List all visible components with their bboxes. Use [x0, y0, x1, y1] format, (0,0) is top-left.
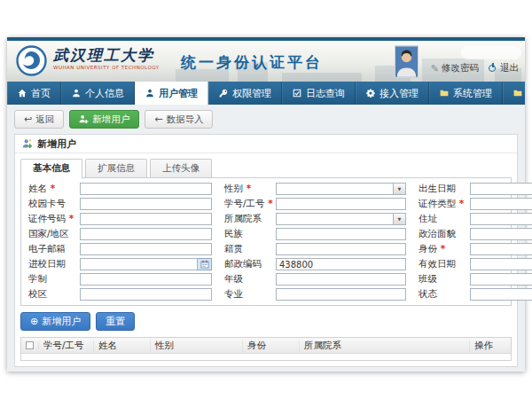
field-email: 电子邮箱	[28, 243, 212, 255]
add-user-panel-icon	[22, 138, 33, 149]
field-department: 所属院系▼	[224, 213, 406, 225]
dropdown-arrow-icon[interactable]: ▼	[394, 213, 406, 225]
import-arrow-icon: ←	[154, 114, 162, 124]
field-label-email: 电子邮箱	[28, 243, 80, 255]
campus-input[interactable]	[80, 288, 212, 301]
column-identity: 身份	[243, 340, 300, 352]
field-label-campus: 校区	[28, 288, 80, 301]
table-empty-body	[21, 354, 511, 360]
department-input[interactable]	[276, 213, 394, 225]
field-schooling-length: 学制	[28, 273, 212, 286]
university-name-block: 武汉理工大学 WUHAN UNIVERSITY OF TECHNOLOGY	[53, 48, 160, 71]
native-place-input[interactable]	[276, 243, 406, 255]
panel-title: 新增用户	[37, 137, 76, 151]
data-import-label: 数据导入	[166, 113, 203, 126]
form-box: 姓名 *性别 *▼出生日期校园卡号学号/工号 *证件类型 *证件号码 *所属院系…	[20, 177, 512, 306]
select-all-checkbox[interactable]	[26, 341, 34, 349]
field-name: 姓名 *	[28, 183, 212, 195]
entry-date-input[interactable]	[80, 258, 198, 270]
birth-date-input[interactable]	[470, 183, 532, 195]
change-password-link[interactable]: ✎ 修改密码	[431, 62, 479, 74]
tab-extended-info[interactable]: 扩展信息	[85, 159, 147, 177]
nav-item-home[interactable]: 首页	[7, 82, 61, 105]
country-region-input[interactable]	[80, 228, 212, 240]
field-label-political-status: 政治面貌	[419, 228, 470, 240]
required-asterisk: *	[243, 183, 251, 193]
nav-item-label: 用户管理	[159, 87, 198, 100]
address-input[interactable]	[470, 213, 532, 225]
required-asterisk: *	[265, 198, 273, 208]
users-table: 学号/工号姓名性别身份所属院系操作	[20, 337, 512, 361]
add-user-toolbar-button[interactable]: 新增用户	[69, 110, 139, 129]
campus-card-number-input[interactable]	[80, 198, 212, 210]
add-user-toolbar-label: 新增用户	[92, 113, 129, 126]
id-number-input[interactable]	[80, 213, 212, 225]
calendar-icon[interactable]	[198, 258, 212, 270]
field-label-status: 状态	[419, 288, 470, 301]
nav-item-label: 个人信息	[85, 87, 124, 100]
nav-item-permission-management[interactable]: 权限管理	[208, 82, 282, 105]
reset-button[interactable]: 重置	[96, 312, 135, 331]
form-actions: ⊕ 新增用户 重置	[20, 312, 512, 331]
field-class: 班级	[419, 273, 532, 286]
column-student-id: 学号/工号	[39, 340, 94, 352]
field-grade: 年级	[224, 273, 406, 286]
column-department: 所属院系	[300, 340, 470, 352]
name-input[interactable]	[80, 183, 212, 195]
field-id-type: 证件类型 *	[419, 198, 532, 210]
student-id-input[interactable]	[276, 198, 406, 210]
panel-title-bar: 新增用户	[15, 135, 517, 153]
field-valid-date: 有效日期	[419, 258, 532, 270]
schooling-length-input[interactable]	[80, 273, 212, 286]
nav-item-subscription-management[interactable]: 订阅管理	[503, 82, 532, 105]
id-type-input[interactable]	[470, 198, 532, 210]
ethnicity-input[interactable]	[276, 228, 406, 240]
submit-add-user-button[interactable]: ⊕ 新增用户	[20, 312, 90, 331]
email-input[interactable]	[80, 243, 212, 255]
toolbar: ↩ 返回 新增用户 ← 数据导入	[14, 110, 518, 129]
field-label-gender: 性别 *	[224, 183, 276, 195]
gear-icon	[366, 89, 375, 98]
logout-link[interactable]: 退出	[489, 62, 519, 74]
data-import-button[interactable]: ← 数据导入	[145, 110, 213, 129]
nav-item-profile[interactable]: 个人信息	[61, 82, 135, 105]
field-label-name: 姓名 *	[28, 183, 80, 195]
dropdown-arrow-icon[interactable]: ▼	[394, 183, 406, 195]
tab-upload-avatar[interactable]: 上传头像	[150, 159, 212, 177]
home-icon	[18, 89, 27, 98]
user-links: ✎ 修改密码 退出	[431, 62, 519, 74]
field-native-place: 籍贯	[224, 243, 406, 255]
field-student-id: 学号/工号 *	[224, 198, 406, 210]
field-label-class: 班级	[419, 273, 470, 286]
person-icon	[145, 89, 154, 98]
status-input[interactable]	[470, 288, 532, 301]
political-status-input[interactable]	[470, 228, 532, 240]
nav-item-access-management[interactable]: 接入管理	[356, 82, 429, 105]
tab-bar: 基本信息扩展信息上传头像	[20, 159, 512, 177]
back-label: 返回	[35, 113, 54, 126]
nav-item-system-management[interactable]: 系统管理	[429, 82, 503, 105]
postal-code-input[interactable]	[276, 258, 406, 270]
logout-label: 退出	[500, 62, 519, 74]
gender-input[interactable]	[276, 183, 394, 195]
nav-item-user-management[interactable]: 用户管理	[135, 82, 208, 105]
university-logo	[16, 45, 47, 76]
main-nav: 首页个人信息用户管理权限管理日志查询接入管理系统管理订阅管理	[7, 82, 525, 105]
nav-item-log-query[interactable]: 日志查询	[282, 82, 356, 105]
nav-item-label: 权限管理	[232, 87, 271, 100]
field-label-country-region: 国家/地区	[28, 228, 80, 240]
back-button[interactable]: ↩ 返回	[14, 110, 64, 129]
field-label-postal-code: 邮政编码	[224, 258, 276, 270]
form-grid: 姓名 *性别 *▼出生日期校园卡号学号/工号 *证件类型 *证件号码 *所属院系…	[21, 178, 511, 305]
field-label-address: 住址	[419, 213, 470, 225]
tab-basic-info[interactable]: 基本信息	[20, 159, 82, 178]
valid-date-input[interactable]	[470, 258, 532, 270]
major-input[interactable]	[276, 288, 406, 301]
class-input[interactable]	[470, 273, 532, 286]
required-asterisk: *	[456, 198, 464, 208]
person-icon	[72, 89, 81, 98]
field-label-grade: 年级	[224, 273, 276, 286]
identity-input[interactable]	[470, 243, 532, 255]
grade-input[interactable]	[276, 273, 406, 286]
field-address: 住址	[419, 213, 532, 225]
